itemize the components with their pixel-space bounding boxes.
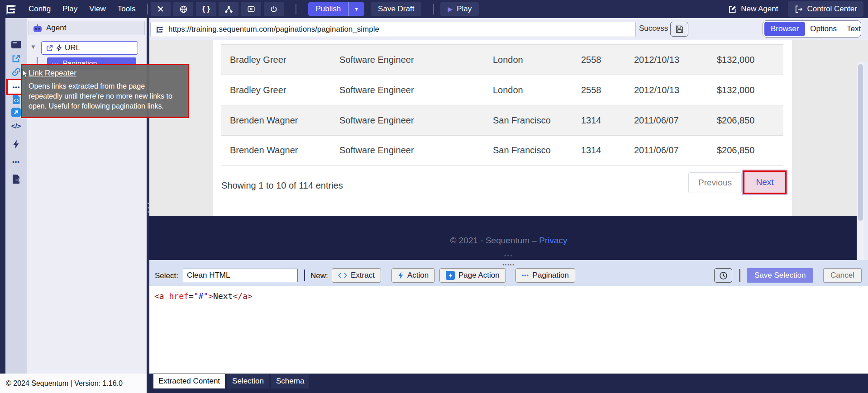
play-triangle-icon: ▶ [448, 5, 453, 13]
exit-arrow-icon [794, 5, 803, 14]
new-label: New: [310, 271, 328, 280]
bolt-icon [398, 271, 404, 279]
web-page-content: Bradley Greer Software Engineer London 2… [213, 40, 792, 216]
web-browser-icon[interactable] [173, 2, 193, 16]
menu-config[interactable]: Config [29, 5, 51, 14]
code-token: href [169, 291, 189, 301]
privacy-link[interactable]: Privacy [539, 236, 567, 245]
toolbar-separator-accent [739, 269, 740, 282]
cell-office: San Francisco [493, 115, 581, 126]
cell-salary: $206,850 [717, 145, 783, 156]
tab-extracted-content[interactable]: Extracted Content [153, 374, 225, 388]
table-row[interactable]: Brenden Wagner Software Engineer San Fra… [221, 135, 783, 166]
cell-start-date: 2011/06/07 [634, 115, 717, 126]
web-page-view: Bradley Greer Software Engineer London 2… [149, 40, 868, 260]
tab-options[interactable]: Options [805, 22, 842, 36]
new-extract-button[interactable]: Extract [332, 268, 381, 283]
cell-start-date: 2012/10/13 [634, 55, 717, 65]
menu-tools[interactable]: Tools [118, 5, 136, 14]
table-row[interactable]: Bradley Greer Software Engineer London 2… [221, 44, 783, 75]
browser-url-bar: https://training.sequentum.com/paginatio… [149, 18, 868, 40]
new-pagination-label: Pagination [533, 271, 569, 280]
new-pagination-button[interactable]: ••• Pagination [515, 268, 575, 283]
browser-pane: https://training.sequentum.com/paginatio… [149, 18, 868, 393]
close-browser-icon[interactable] [241, 2, 261, 16]
new-page-action-button[interactable]: Page Action [439, 268, 506, 283]
history-button[interactable] [714, 268, 732, 283]
tab-schema[interactable]: Schema [271, 374, 309, 388]
scrollbar-thumb[interactable] [858, 64, 863, 221]
new-agent-button[interactable]: New Agent [728, 5, 778, 14]
tree-node-url-label: URL [65, 43, 80, 52]
menu-play[interactable]: Play [62, 5, 77, 14]
link-repeater-tooltip: Link Repeater Opens links extracted from… [21, 64, 189, 118]
tools-icon[interactable] [151, 2, 171, 16]
tab-browser[interactable]: Browser [764, 22, 805, 36]
employee-table: Bradley Greer Software Engineer London 2… [221, 44, 783, 166]
workflow-icon[interactable] [219, 2, 238, 16]
cell-start-date: 2011/06/07 [634, 145, 717, 156]
action-icon[interactable] [5, 139, 27, 149]
url-field[interactable]: https://training.sequentum.com/paginatio… [150, 22, 636, 37]
cell-office: London [493, 55, 581, 65]
sequentum-app-window: Config Play View Tools { } [0, 0, 868, 393]
code-token: = [189, 291, 194, 301]
browser-view-tabs: Browser Options Text [763, 20, 861, 38]
export-page-icon[interactable] [5, 174, 27, 185]
tree-expand-caret-icon[interactable]: ▼ [30, 43, 36, 50]
new-page-action-label: Page Action [458, 271, 500, 280]
publish-button[interactable]: Publish ▼ [308, 2, 364, 16]
extracted-content-code[interactable]: <a href="#">Next</a> [149, 286, 868, 374]
play-label: Play [457, 5, 472, 14]
cell-extn: 2558 [581, 55, 634, 65]
power-icon[interactable] [264, 2, 284, 16]
tab-selection[interactable]: Selection [227, 374, 269, 388]
cell-extn: 1314 [581, 145, 634, 156]
control-center-button[interactable]: Control Center [788, 1, 863, 17]
browser-window-icon[interactable] [5, 40, 27, 49]
new-agent-label: New Agent [741, 5, 778, 14]
cancel-button[interactable]: Cancel [823, 268, 862, 283]
web-page-footer: © 2021 - Sequentum – Privacy ••• [149, 216, 868, 260]
select-command-input[interactable] [183, 269, 298, 282]
publish-dropdown-caret-icon[interactable]: ▼ [348, 2, 364, 16]
cell-name: Brenden Wagner [230, 115, 339, 126]
horizontal-splitter-handle[interactable]: ••••• [149, 260, 868, 265]
tab-text[interactable]: Text [842, 22, 866, 36]
play-button[interactable]: ▶ Play [440, 2, 479, 16]
cell-extn: 1314 [581, 115, 634, 126]
control-center-label: Control Center [807, 5, 857, 14]
menu-view[interactable]: View [89, 5, 106, 14]
cell-position: Software Engineer [339, 145, 493, 156]
previous-page-button[interactable]: Previous [688, 172, 742, 193]
cell-name: Brenden Wagner [230, 145, 339, 156]
sequentum-mark-icon [155, 25, 164, 34]
select-label: Select: [155, 271, 178, 280]
next-page-button[interactable]: Next [743, 170, 787, 194]
status-badge: Success [639, 24, 668, 33]
save-selection-button[interactable]: Save Selection [747, 268, 813, 283]
braces-icon[interactable]: { } [196, 2, 216, 16]
ellipsis-glyph: ••• [13, 84, 20, 90]
tooltip-body: Opens links extracted from the page repe… [29, 81, 178, 111]
pencil-icon [728, 5, 737, 14]
browser-vertical-scrollbar[interactable]: ▼ [857, 62, 864, 282]
table-row[interactable]: Bradley Greer Software Engineer London 2… [221, 75, 783, 105]
table-row[interactable]: Brenden Wagner Software Engineer San Fra… [221, 105, 783, 135]
new-action-button[interactable]: Action [391, 268, 435, 283]
tree-node-url[interactable]: URL [41, 41, 138, 55]
table-info-text: Showing 1 to 10 of 114 entries [221, 180, 343, 191]
html-icon[interactable]: </> [5, 122, 27, 130]
cell-position: Software Engineer [339, 85, 493, 95]
panel-splitter-handle[interactable] [147, 202, 149, 213]
code-icon [338, 272, 347, 279]
app-status-bar: © 2024 Sequentum | Version: 1.16.0 [0, 374, 147, 393]
cell-start-date: 2012/10/13 [634, 85, 717, 95]
save-draft-button[interactable]: Save Draft [371, 2, 421, 16]
save-page-button[interactable] [670, 22, 688, 37]
selection-panel: Select: New: Extract Action [149, 265, 868, 393]
toolbar-separator [296, 4, 296, 14]
more-commands-icon[interactable]: ••• [5, 158, 27, 165]
cell-salary: $132,000 [717, 55, 783, 65]
open-link-icon[interactable] [5, 54, 27, 63]
